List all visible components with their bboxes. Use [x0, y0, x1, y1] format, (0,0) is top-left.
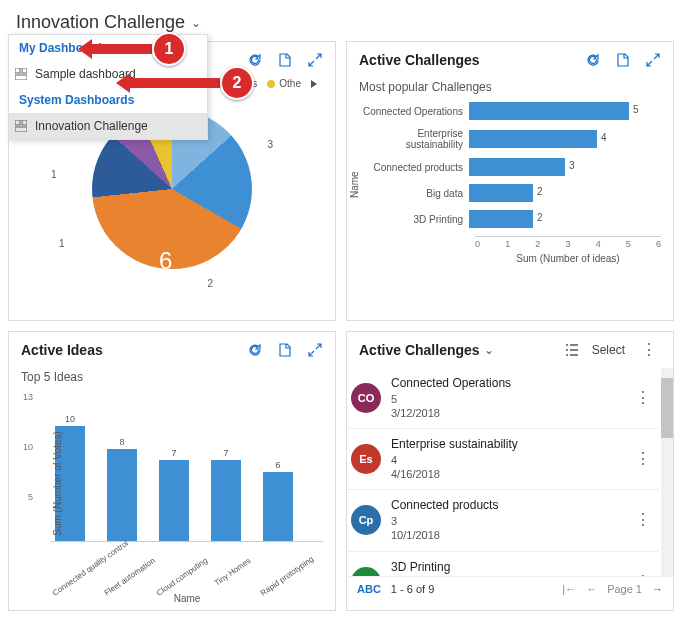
page-first-icon[interactable]: |← — [562, 583, 576, 595]
list-content: COConnected Operations53/12/2018⋮EsEnter… — [347, 368, 659, 576]
svg-rect-5 — [15, 127, 27, 132]
dashboard-title-dropdown[interactable]: Innovation Challenge ⌄ — [8, 8, 674, 37]
avatar: Es — [351, 444, 381, 474]
more-icon[interactable]: ⋮ — [631, 390, 655, 406]
dropdown-item-label: Sample dashboard — [35, 67, 136, 81]
y-axis-ticks: 13 10 5 — [15, 392, 33, 542]
page-next-icon[interactable]: → — [652, 583, 663, 595]
list-item-title: 3D Printing — [391, 560, 621, 576]
list-item-date: 10/1/2018 — [391, 528, 621, 542]
card-active-challenges-list: Active Challenges ⌄ Select ⋮ COConnected… — [346, 331, 674, 611]
chart-subtitle: Top 5 Ideas — [21, 370, 323, 384]
x-axis-categories: Connected quality controlFleet automatio… — [51, 542, 323, 565]
expand-icon[interactable] — [307, 342, 323, 358]
vbar-col[interactable]: 6 — [259, 392, 297, 541]
list-item-count: 4 — [391, 453, 621, 467]
list-item[interactable]: EsEnterprise sustainability44/16/2018⋮ — [347, 429, 659, 490]
card-title: Active Ideas — [21, 342, 103, 358]
card-title: Active Challenges — [359, 52, 480, 68]
vbar-col[interactable]: 7 — [207, 392, 245, 541]
vbar-value: 10 — [65, 414, 75, 424]
svg-rect-4 — [22, 120, 27, 125]
vbar-value: 8 — [119, 437, 124, 447]
vbar-category: Cloud computing — [155, 556, 209, 598]
hbar-row[interactable]: Connected Operations5 — [359, 102, 661, 120]
vbar-value: 7 — [171, 448, 176, 458]
sort-abc-button[interactable]: ABC — [357, 583, 381, 595]
avatar: Cp — [351, 505, 381, 535]
x-axis-label: Name — [51, 593, 323, 604]
more-icon[interactable]: ⋮ — [631, 451, 655, 467]
list-item-count: 5 — [391, 392, 621, 406]
hbar-row[interactable]: Enterprise sustainability4 — [359, 128, 661, 150]
dashboard-icon — [15, 120, 27, 132]
card-active-challenges-chart: Active Challenges Most popular Challenge… — [346, 41, 674, 321]
list-item-title: Connected Operations — [391, 376, 621, 392]
dropdown-section-my[interactable]: My Dashboards — [9, 35, 207, 61]
vbar-category: Fleet automation — [103, 556, 157, 598]
card-active-ideas: Active Ideas Top 5 Ideas Sum (Number of … — [8, 331, 336, 611]
expand-icon[interactable] — [645, 52, 661, 68]
chart-subtitle: Most popular Challenges — [359, 80, 661, 94]
hbar-category: Big data — [359, 188, 469, 199]
list-item[interactable]: CpConnected products310/1/2018⋮ — [347, 490, 659, 551]
hbar-row[interactable]: Big data2 — [359, 184, 661, 202]
hbar-category: Enterprise sustainability — [359, 128, 469, 150]
hbar-chart[interactable]: Connected Operations5Enterprise sustaina… — [359, 102, 661, 228]
hbar-row[interactable]: 3D Printing2 — [359, 210, 661, 228]
list-item-date: 4/16/2018 — [391, 467, 621, 481]
legend-label: Othe — [279, 78, 301, 89]
hbar-category: Connected Operations — [359, 106, 469, 117]
chevron-down-icon: ⌄ — [484, 343, 494, 357]
legend-dot-icon — [267, 80, 275, 88]
dropdown-item-sample[interactable]: Sample dashboard — [9, 61, 207, 87]
refresh-icon[interactable] — [585, 52, 601, 68]
vbar-chart[interactable]: 108776 — [51, 392, 323, 542]
svg-rect-0 — [15, 68, 20, 73]
refresh-icon[interactable] — [247, 52, 263, 68]
list-view-icon[interactable] — [564, 342, 580, 358]
svg-rect-2 — [15, 75, 27, 80]
hbar-row[interactable]: Connected products3 — [359, 158, 661, 176]
more-icon[interactable]: ⋮ — [637, 342, 661, 358]
avatar: 3 — [351, 567, 381, 576]
page-indicator: Page 1 — [607, 583, 642, 595]
vbar-col[interactable]: 7 — [155, 392, 193, 541]
list-item-date: 3/12/2018 — [391, 406, 621, 420]
scroll-thumb[interactable] — [661, 378, 673, 438]
vbar-category: Connected quality control — [51, 556, 105, 598]
hbar-category: 3D Printing — [359, 214, 469, 225]
select-button[interactable]: Select — [592, 343, 625, 357]
view-records-icon[interactable] — [277, 52, 293, 68]
legend-scroll-icon[interactable] — [311, 80, 317, 88]
more-icon[interactable]: ⋮ — [631, 512, 655, 528]
pie-data-label: 1 — [51, 169, 57, 180]
page-prev-icon[interactable]: ← — [586, 583, 597, 595]
refresh-icon[interactable] — [247, 342, 263, 358]
hbar-value: 3 — [569, 160, 575, 171]
record-range: 1 - 6 of 9 — [391, 583, 434, 595]
dropdown-item-innovation[interactable]: Innovation Challenge — [9, 113, 207, 139]
y-axis-label: Sum (Number of Votes) — [52, 431, 63, 535]
hbar-category: Connected products — [359, 162, 469, 173]
pie-data-label: 2 — [207, 278, 213, 289]
dashboard-icon — [15, 68, 27, 80]
y-axis-label: Name — [349, 171, 360, 198]
svg-rect-1 — [22, 68, 27, 73]
list-title-dropdown[interactable]: Active Challenges ⌄ — [359, 342, 494, 358]
pie-data-label: 3 — [267, 139, 273, 150]
dropdown-section-system[interactable]: System Dashboards — [9, 87, 207, 113]
scrollbar[interactable] — [661, 368, 673, 576]
view-records-icon[interactable] — [277, 342, 293, 358]
list-item[interactable]: COConnected Operations53/12/2018⋮ — [347, 368, 659, 429]
x-axis-label: Sum (Number of ideas) — [475, 253, 661, 264]
hbar-value: 5 — [633, 104, 639, 115]
hbar-value: 2 — [537, 186, 543, 197]
list-item[interactable]: 33D Printing23/1/2018⋮ — [347, 552, 659, 576]
pie-data-label: 6 — [159, 247, 172, 275]
view-records-icon[interactable] — [615, 52, 631, 68]
vbar-value: 6 — [275, 460, 280, 470]
expand-icon[interactable] — [307, 52, 323, 68]
vbar-col[interactable]: 8 — [103, 392, 141, 541]
vbar-value: 7 — [223, 448, 228, 458]
